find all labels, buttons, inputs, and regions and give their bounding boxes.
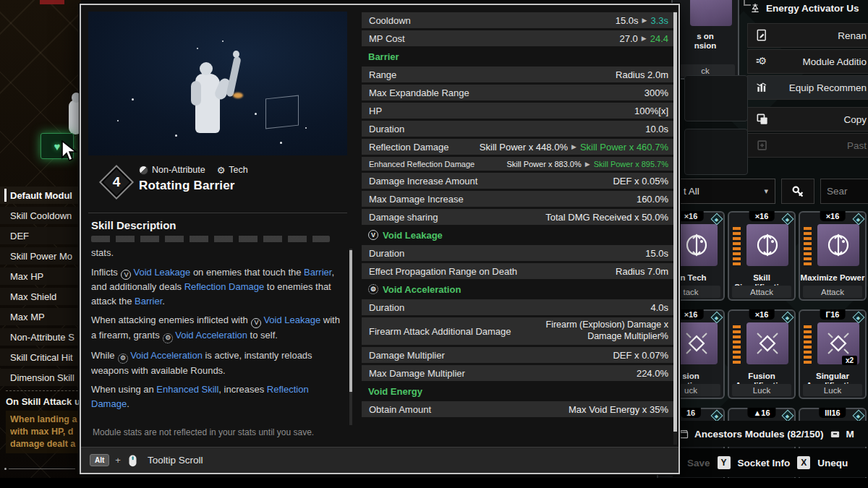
menu-button-module-additio[interactable]: ⚙Module Additio [747, 49, 868, 74]
module-card[interactable]: ×16◆Maximize PowerAttack [799, 211, 867, 301]
stat-value-new: Skill Power x 895.7% [594, 160, 668, 168]
stat-row: RangeRadius 2.0m [362, 67, 676, 82]
socket-type-icon: ◆ [711, 312, 723, 324]
sidebar-divider [6, 390, 78, 391]
y-key-badge: Y [718, 456, 731, 469]
stat-row: Effect Propagation Range on DeathRadius … [362, 263, 676, 279]
stat-value: 10.0s [645, 124, 668, 134]
description-title: Skill Description [91, 219, 176, 231]
search-input[interactable] [821, 179, 868, 203]
stat-row: Obtain AmountMax Void Energy x 35% [362, 401, 676, 417]
stat-label: Range [369, 69, 396, 80]
key-filter-button[interactable] [781, 179, 814, 204]
socket-type-icon: ◆ [782, 213, 794, 226]
unequip-button[interactable]: Unequ [817, 458, 848, 468]
stat-value-new: 3.3s [650, 15, 668, 26]
filter-dropdown[interactable]: t All ▾ [676, 179, 775, 204]
svg-text:⚙: ⚙ [758, 56, 767, 67]
menu-button-equip-recommen[interactable]: Equip Recommen [747, 75, 868, 100]
menu-button-label: Copy [777, 114, 868, 125]
menu-button-renan[interactable]: Renan [747, 23, 868, 48]
menu-button-past: Past [747, 133, 868, 158]
non-attribute-icon [139, 166, 148, 175]
stat-label: Duration [369, 124, 404, 134]
tech-icon: ⚙ [217, 166, 226, 175]
socket-type-icon: ◆ [853, 312, 865, 324]
description-text: stats. [91, 247, 114, 258]
socket-info-button[interactable]: Socket Info [738, 458, 791, 468]
sidebar-item[interactable]: Max MP [0, 308, 81, 325]
module-class-label: Luck [803, 384, 862, 396]
stat-value-base: 27.0 [619, 33, 637, 44]
stats-section-header: VVoid Leakage [362, 227, 676, 243]
menu-button-copy[interactable]: Copy [747, 107, 868, 132]
sidebar-item[interactable]: Skill Critical Hit [0, 348, 81, 366]
skill-level-badge: 4 [98, 160, 139, 210]
stat-row: Damage Increase AmountDEF x 0.05% [362, 173, 676, 189]
module-card[interactable]: Γ16◆x2SingularAmplificationLuck [799, 309, 867, 399]
spark [233, 93, 243, 98]
section-label: Void Leakage [383, 230, 443, 241]
sidebar-item[interactable]: Max HP [0, 267, 81, 285]
sidebar-item[interactable]: Default Modul [0, 187, 81, 204]
stat-row: Max Damage Increase160.0% [362, 191, 676, 207]
stat-label: Reflection Damage [369, 142, 449, 153]
stat-label: MP Cost [369, 33, 405, 44]
empty-module-slot [684, 129, 748, 175]
module-card[interactable]: ×16◆FusionAmplificationLuck [728, 309, 796, 399]
stat-row: Max Damage Multiplier224.0% [362, 365, 676, 381]
divider [88, 213, 347, 213]
skill-term-link[interactable]: Void Acceleration [175, 330, 247, 341]
skill-term-link[interactable]: Void Leakage [133, 267, 190, 278]
stat-value: 27.0▶24.4 [619, 33, 668, 44]
arrow-icon: ▶ [642, 35, 647, 42]
stat-value: 300% [644, 87, 668, 98]
stat-label: Enhanced Reflection Damage [369, 160, 475, 168]
storage-icon [829, 429, 841, 440]
arrow-icon: ▶ [571, 143, 576, 150]
module-inventory-bar: Ancestors Modules (82/150) M [673, 421, 868, 447]
sidebar-item[interactable]: Non-Attribute S [0, 328, 81, 346]
key-icon [790, 184, 806, 200]
filter-dropdown-value: t All [684, 186, 699, 197]
stat-label: Obtain Amount [369, 404, 431, 415]
stat-row: Max Expandable Range300% [362, 85, 676, 100]
sidebar-warning-text: When landing awith max HP, ddamage dealt… [6, 411, 81, 453]
skill-term-link[interactable]: Void Leakage [263, 314, 320, 325]
energy-activator-label: Energy Activator Us [766, 3, 859, 14]
menu-button-label: Past [777, 140, 868, 151]
skill-term-link[interactable]: Void Acceleration [130, 350, 203, 361]
socket-type-icon: ◆ [782, 410, 794, 422]
stat-label: Damage sharing [369, 212, 438, 223]
description-text: When using an [91, 384, 156, 395]
description-paragraph: Inflicts VVoid Leakage on enemies that t… [91, 265, 346, 309]
stat-value: Total DMG Received x 50.0% [545, 212, 668, 223]
stat-label: Duration [369, 248, 404, 259]
module-icon [746, 322, 788, 364]
description-text: , increases [218, 384, 266, 395]
sidebar-item[interactable]: Skill Power Mo [0, 247, 81, 265]
stat-label: HP [369, 106, 382, 116]
sidebar-item[interactable]: Max Shield [0, 288, 81, 305]
stat-row: Damage MultiplierDEF x 0.07% [362, 347, 676, 363]
skill-term-link[interactable]: Reflection Damage [184, 281, 265, 292]
heart-icon: ♥ [54, 140, 61, 153]
warning-line: damage dealt a [10, 438, 81, 450]
skill-term-link[interactable]: Enhanced Skill [156, 384, 218, 395]
stat-row: MP Cost27.0▶24.4 [362, 30, 676, 46]
sidebar-item[interactable]: Skill Cooldown [0, 207, 81, 224]
description-scrollbar-thumb[interactable] [349, 250, 352, 392]
socket-type-icon: ◆ [853, 410, 865, 422]
description-text: When attacking enemies inflicted with [91, 314, 250, 325]
tooltip-scrollbar-thumb[interactable] [673, 12, 677, 432]
sidebar-item[interactable]: DEF [0, 227, 81, 244]
skill-term-link[interactable]: Barrier [304, 267, 331, 278]
skill-term-link[interactable]: Barrier [135, 296, 162, 307]
void-acceleration-icon: ⚙ [163, 333, 173, 343]
sidebar-item[interactable]: Dimension Skill [0, 369, 81, 386]
module-card[interactable]: ×16◆SkillSimplificationAttack [728, 211, 796, 301]
socket-type-icon: ◆ [853, 213, 865, 226]
mech-figure [226, 56, 241, 98]
save-button[interactable]: Save [687, 458, 710, 468]
module-icon [746, 224, 788, 266]
